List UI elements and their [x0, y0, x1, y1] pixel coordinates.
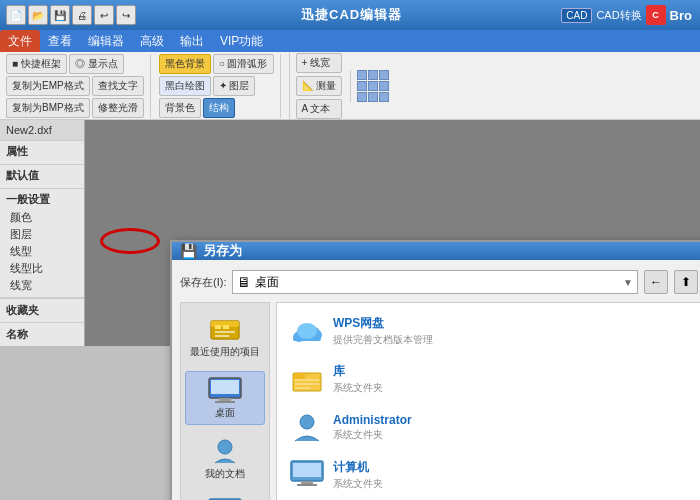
cad-canvas: 💾 另存为 保存在(I): 🖥 桌面 ▼ ← ⬆ 📁 ☰▾: [85, 120, 700, 346]
toolbar: ■ 快捷框架 ◎ 显示点 复制为EMP格式 查找文字 复制为BMP格式 修整光滑…: [0, 52, 700, 120]
cad-badge: CAD: [561, 8, 592, 23]
btn-frame[interactable]: ■ 快捷框架: [6, 54, 67, 74]
file-item-wps[interactable]: WPS网盘 提供完善文档版本管理: [281, 307, 700, 355]
svg-point-32: [300, 415, 314, 429]
grid-icon: [357, 70, 389, 102]
btn-findtext[interactable]: 查找文字: [92, 76, 144, 96]
undo-icon[interactable]: ↩: [94, 5, 114, 25]
grid-controls: [350, 70, 389, 102]
location-value: 桌面: [255, 274, 619, 291]
svg-rect-28: [293, 373, 305, 379]
btn-bmp[interactable]: 复制为BMP格式: [6, 98, 90, 118]
file-computer-icon: [289, 457, 325, 493]
sidebar-place-desktop[interactable]: 桌面: [185, 371, 265, 425]
btn-measure[interactable]: 📐 测量: [296, 76, 343, 96]
nav-back-btn[interactable]: ←: [644, 270, 668, 294]
desktop-icon: [207, 376, 243, 404]
toolbar-row-4: 黑色背景 ○ 圆滑弧形: [159, 54, 274, 74]
svg-point-26: [297, 323, 317, 339]
btn-emp[interactable]: 复制为EMP格式: [6, 76, 90, 96]
svg-rect-34: [293, 463, 321, 477]
file-admin-info: Administrator 系统文件夹: [333, 413, 412, 442]
file-admin-desc: 系统文件夹: [333, 428, 412, 442]
menu-item-file[interactable]: 文件: [0, 30, 40, 52]
redo-icon[interactable]: ↪: [116, 5, 136, 25]
svg-point-10: [218, 440, 232, 454]
left-panel-properties: 属性: [0, 141, 84, 165]
btn-layer[interactable]: ✦ 图层: [213, 76, 256, 96]
item-linetype-ratio[interactable]: 线型比: [6, 260, 78, 277]
svg-rect-2: [215, 325, 221, 329]
btn-arc[interactable]: ○ 圆滑弧形: [213, 54, 274, 74]
menu-item-editor[interactable]: 编辑器: [80, 30, 132, 52]
toolbar-section-2: 黑色背景 ○ 圆滑弧形 黑白绘图 ✦ 图层 背景色 结构: [159, 54, 281, 118]
btn-smooth[interactable]: 修整光滑: [92, 98, 144, 118]
btn-linewidth[interactable]: + 线宽: [296, 53, 343, 73]
dialog-title: 另存为: [203, 242, 242, 260]
file-lib-name: 库: [333, 363, 383, 380]
nav-up-btn[interactable]: ⬆: [674, 270, 698, 294]
mydocs-icon: [207, 437, 243, 465]
open-icon[interactable]: 📂: [28, 5, 48, 25]
menu-item-advanced[interactable]: 高级: [132, 30, 172, 52]
item-linewidth[interactable]: 线宽: [6, 277, 78, 294]
file-wps-icon: [289, 313, 325, 349]
defaults-title: 默认值: [6, 168, 78, 183]
main-area: New2.dxf 属性 默认值 一般设置 颜色 图层 线型 线型比 线宽 收藏夹…: [0, 120, 700, 346]
title-bar: 📄 📂 💾 🖨 ↩ ↪ 迅捷CAD编辑器 CAD CAD转换 C Bro: [0, 0, 700, 30]
dialog-title-bar: 💾 另存为: [172, 242, 700, 260]
sidebar-place-computer[interactable]: 计算机: [185, 493, 265, 500]
btn-structure[interactable]: 结构: [203, 98, 235, 118]
menu-item-output[interactable]: 输出: [172, 30, 212, 52]
btn-bgcolor[interactable]: 背景色: [159, 98, 201, 118]
sidebar-place-mydocs[interactable]: 我的文档: [185, 433, 265, 485]
menu-bar: 文件 查看 编辑器 高级 输出 VIP功能: [0, 30, 700, 52]
file-lib-desc: 系统文件夹: [333, 381, 383, 395]
location-dropdown[interactable]: 🖥 桌面 ▼: [232, 270, 638, 294]
left-panel-file: New2.dxf: [0, 120, 84, 141]
svg-rect-9: [215, 401, 235, 403]
svg-rect-29: [295, 379, 319, 381]
cad-icon: C: [646, 5, 666, 25]
file-item-admin[interactable]: Administrator 系统文件夹: [281, 403, 700, 451]
btn-showdots[interactable]: ◎ 显示点: [69, 54, 124, 74]
dialog-body: 保存在(I): 🖥 桌面 ▼ ← ⬆ 📁 ☰▾: [172, 260, 700, 500]
svg-rect-36: [297, 484, 317, 486]
title-bar-icons: 📄 📂 💾 🖨 ↩ ↪: [0, 5, 142, 25]
btn-bwdraw[interactable]: 黑白绘图: [159, 76, 211, 96]
print-icon[interactable]: 🖨: [72, 5, 92, 25]
mydocs-label: 我的文档: [205, 467, 245, 481]
menu-item-view[interactable]: 查看: [40, 30, 80, 52]
file-item-computer[interactable]: 计算机 系统文件夹: [281, 451, 700, 499]
file-computer-desc: 系统文件夹: [333, 477, 383, 491]
left-panel-defaults: 默认值: [0, 165, 84, 189]
svg-rect-30: [295, 383, 319, 385]
file-computer-name: 计算机: [333, 459, 383, 476]
left-panel: New2.dxf 属性 默认值 一般设置 颜色 图层 线型 线型比 线宽 收藏夹…: [0, 120, 85, 346]
file-lib-info: 库 系统文件夹: [333, 363, 383, 395]
properties-title: 属性: [6, 144, 78, 159]
item-color[interactable]: 颜色: [6, 209, 78, 226]
svg-rect-8: [219, 398, 231, 401]
menu-item-vip[interactable]: VIP功能: [212, 30, 271, 52]
item-layer[interactable]: 图层: [6, 226, 78, 243]
location-label: 保存在(I):: [180, 275, 226, 290]
cad-convert-label: CAD转换: [596, 8, 641, 23]
btn-blackbg[interactable]: 黑色背景: [159, 54, 211, 74]
location-bar: 保存在(I): 🖥 桌面 ▼ ← ⬆ 📁 ☰▾: [180, 268, 700, 296]
file-admin-name: Administrator: [333, 413, 412, 427]
general-title: 一般设置: [6, 192, 78, 207]
sidebar-place-recent[interactable]: 最近使用的项目: [185, 311, 265, 363]
name-section: 名称: [0, 322, 84, 346]
btn-text[interactable]: A 文本: [296, 99, 343, 119]
toolbar-row-6: 背景色 结构: [159, 98, 274, 118]
file-item-lib[interactable]: 库 系统文件夹: [281, 355, 700, 403]
dropdown-arrow-icon: ▼: [623, 277, 633, 288]
item-linetype[interactable]: 线型: [6, 243, 78, 260]
saveas-circle-highlight: [100, 228, 160, 254]
save-dialog: 💾 另存为 保存在(I): 🖥 桌面 ▼ ← ⬆ 📁 ☰▾: [170, 240, 700, 500]
new-file-icon[interactable]: 📄: [6, 5, 26, 25]
save-icon[interactable]: 💾: [50, 5, 70, 25]
toolbar-row-5: 黑白绘图 ✦ 图层: [159, 76, 274, 96]
file-wps-desc: 提供完善文档版本管理: [333, 333, 433, 347]
